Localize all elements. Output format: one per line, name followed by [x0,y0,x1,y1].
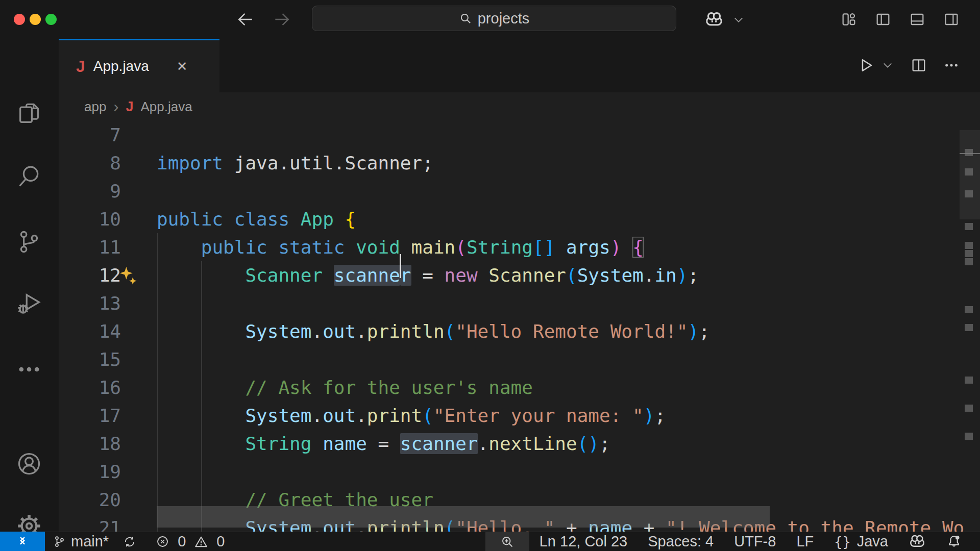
minimize-window-button[interactable] [30,14,41,25]
navigate-back-button[interactable] [234,7,257,32]
play-icon [857,57,875,74]
notifications-item[interactable] [936,532,972,551]
overview-ruler-marker [965,433,973,440]
overview-ruler-marker [965,242,973,249]
line-number[interactable]: 16 [99,377,121,398]
line-number[interactable]: 20 [99,489,121,510]
sidebar-item-run-and-debug[interactable] [16,290,42,316]
layout-controls [841,11,960,28]
code-line-18[interactable]: 18 String name = scanner.nextLine(); [59,430,980,458]
indentation-item[interactable]: Spaces: 4 [638,532,724,551]
copilot-icon [704,10,724,30]
cursor-position-item[interactable]: Ln 12, Col 23 [529,532,638,551]
copilot-status-item[interactable] [898,532,936,551]
overview-ruler-marker [965,190,973,197]
language-mode-item[interactable]: {} Java [824,532,898,551]
copilot-dropdown-chevron[interactable] [733,16,744,24]
search-icon [16,163,42,190]
code-line-9[interactable]: 9 [59,177,980,205]
line-number[interactable]: 9 [110,181,121,202]
code-line-11[interactable]: 11 public static void main(String[] args… [59,233,980,261]
run-java-button[interactable] [857,57,875,74]
line-number[interactable]: 13 [99,293,121,314]
line-number[interactable]: 14 [99,321,121,342]
code-line-17[interactable]: 17 System.out.print("Enter your name: ")… [59,402,980,430]
chevron-down-icon [882,61,893,69]
toggle-primary-sidebar-icon[interactable] [875,11,891,28]
remote-icon [15,534,30,548]
copilot-menu-button[interactable] [704,10,724,30]
account-icon [16,450,42,477]
line-number[interactable]: 21 [99,517,121,532]
code-editor[interactable]: 78import java.util.Scanner;910public cla… [59,121,980,532]
remote-indicator[interactable] [0,532,45,551]
eol-label: LF [796,533,814,550]
java-file-icon: J [126,99,133,115]
sidebar-item-more[interactable] [16,356,42,383]
overview-ruler-marker [965,324,973,331]
arrow-left-icon [236,10,255,29]
language-label: Java [857,533,888,550]
command-center-text: projects [478,10,530,27]
line-number[interactable]: 11 [99,237,121,258]
java-file-icon: J [76,57,85,76]
toggle-panel-icon[interactable] [909,11,925,28]
close-tab-icon[interactable]: ✕ [177,59,188,74]
run-debug-icon [16,290,42,316]
line-number[interactable]: 19 [99,461,121,482]
overview-ruler-marker [965,258,973,265]
more-actions-button[interactable] [943,57,960,73]
navigate-forward-button[interactable] [270,7,293,32]
line-number[interactable]: 17 [99,405,121,426]
copilot-sparkle-icon[interactable] [119,266,139,286]
sidebar-item-source-control[interactable] [16,229,42,255]
sidebar-item-accounts[interactable] [16,450,42,477]
customize-layout-icon[interactable] [841,11,857,28]
code-line-14[interactable]: 14 System.out.println("Hello Remote Worl… [59,317,980,345]
encoding-item[interactable]: UTF-8 [724,532,786,551]
title-bar: projects [0,0,980,39]
close-window-button[interactable] [14,14,25,25]
code-line-13[interactable]: 13 [59,289,980,317]
activity-bar [0,39,59,532]
code-line-12[interactable]: 12 Scanner scanner = new Scanner(System.… [59,261,980,289]
branch-label: main* [71,533,109,550]
error-icon [156,535,169,548]
tab-app-java[interactable]: J App.java ✕ [59,39,219,92]
line-number[interactable]: 10 [99,209,121,230]
search-icon [459,12,472,25]
line-number[interactable]: 18 [99,433,121,454]
branch-status-item[interactable]: main* [53,532,136,551]
horizontal-scrollbar[interactable] [157,506,770,528]
sidebar-item-search[interactable] [16,163,42,190]
maximize-window-button[interactable] [45,14,57,25]
editor-group: J App.java ✕ app › J App.java 78i [59,39,980,532]
breadcrumb-folder[interactable]: app [84,99,106,115]
code-line-8[interactable]: 8import java.util.Scanner; [59,149,980,177]
line-number[interactable]: 12 [99,265,121,286]
command-center-search[interactable]: projects [312,6,676,31]
tab-bar: J App.java ✕ [59,39,980,92]
code-line-16[interactable]: 16 // Ask for the user's name [59,373,980,402]
problems-status-item[interactable]: 0 0 [156,532,225,551]
split-editor-button[interactable] [911,57,927,73]
overview-ruler-marker [965,306,973,313]
code-line-19[interactable]: 19 [59,458,980,486]
line-number[interactable]: 7 [110,124,121,145]
toggle-secondary-sidebar-icon[interactable] [943,11,960,28]
copilot-icon [909,533,926,550]
window-controls [14,14,57,25]
error-count: 0 [178,533,186,550]
run-dropdown-button[interactable] [882,61,893,69]
code-line-10[interactable]: 10public class App { [59,205,980,233]
sidebar-item-explorer[interactable] [16,100,42,127]
zoom-status-item[interactable] [485,532,529,551]
code-line-7[interactable]: 7 [59,121,980,149]
line-number[interactable]: 15 [99,349,121,370]
line-number[interactable]: 8 [110,153,121,173]
chevron-right-icon: › [113,100,118,113]
breadcrumb-file[interactable]: App.java [140,99,192,115]
eol-item[interactable]: LF [786,532,824,551]
code-line-15[interactable]: 15 [59,345,980,373]
sync-icon [123,535,136,548]
